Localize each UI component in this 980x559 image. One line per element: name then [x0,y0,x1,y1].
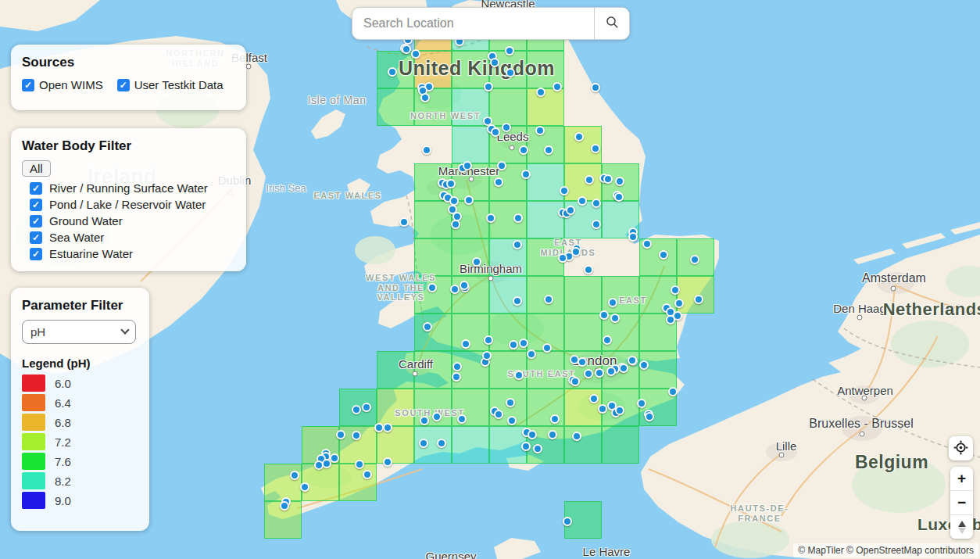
sample-point-marker[interactable] [584,265,593,274]
sample-point-marker[interactable] [450,285,460,294]
sample-point-marker[interactable] [592,220,601,229]
sample-point-marker[interactable] [645,412,654,421]
sample-point-marker[interactable] [694,295,703,304]
checkbox-icon[interactable]: ✓ [30,199,42,211]
sample-point-marker[interactable] [527,349,536,359]
sample-point-marker[interactable] [507,416,517,425]
sample-point-marker[interactable] [486,213,495,223]
sample-point-marker[interactable] [383,423,392,432]
sample-point-marker[interactable] [491,127,500,137]
locate-button[interactable] [949,436,973,460]
sample-point-marker[interactable] [506,398,515,407]
sample-point-marker[interactable] [355,460,364,469]
sample-point-marker[interactable] [314,460,324,470]
sample-point-marker[interactable] [513,240,522,249]
sample-point-marker[interactable] [290,471,299,480]
sample-point-marker[interactable] [280,501,289,511]
sample-point-marker[interactable] [542,343,552,353]
sample-point-marker[interactable] [560,186,569,195]
sample-point-marker[interactable] [505,46,514,56]
sample-point-marker[interactable] [603,174,613,184]
sample-point-marker[interactable] [666,315,675,324]
sample-point-marker[interactable] [574,132,584,142]
sample-point-marker[interactable] [592,199,601,208]
sample-point-marker[interactable] [533,444,542,453]
sample-point-marker[interactable] [615,406,624,415]
checkbox-option[interactable]: ✓Open WIMS [22,78,103,91]
sample-point-marker[interactable] [553,82,562,91]
sample-point-marker[interactable] [585,175,594,185]
sample-point-marker[interactable] [544,295,553,304]
checkbox-option[interactable]: ✓Pond / Lake / Reservoir Water [30,198,235,211]
sample-point-marker[interactable] [671,285,680,295]
sample-point-marker[interactable] [674,299,684,308]
sample-point-marker[interactable] [668,387,678,396]
sample-point-marker[interactable] [494,177,503,187]
sample-point-marker[interactable] [519,339,528,348]
sample-point-marker[interactable] [548,430,557,439]
checkbox-option[interactable]: ✓User Testkit Data [117,78,224,91]
sample-point-marker[interactable] [402,45,411,54]
zoom-in-button[interactable]: + [950,467,973,490]
sample-point-marker[interactable] [536,88,545,97]
sample-point-marker[interactable] [558,253,567,263]
sample-point-marker[interactable] [578,357,587,367]
sample-point-marker[interactable] [422,145,431,155]
sample-point-marker[interactable] [383,457,392,467]
sample-point-marker[interactable] [637,399,646,408]
sample-point-marker[interactable] [330,453,339,463]
sample-point-marker[interactable] [535,126,545,135]
sample-point-marker[interactable] [460,281,469,290]
sample-point-marker[interactable] [659,250,668,260]
sample-point-marker[interactable] [589,394,599,403]
sample-point-marker[interactable] [427,283,437,292]
checkbox-option[interactable]: ✓River / Running Surface Water [30,181,235,195]
sample-point-marker[interactable] [452,362,462,371]
zoom-out-button[interactable]: − [950,491,973,514]
checkbox-icon[interactable]: ✓ [30,248,42,260]
sample-point-marker[interactable] [388,67,397,77]
sample-point-marker[interactable] [591,83,600,92]
sample-point-marker[interactable] [570,377,580,386]
sample-point-marker[interactable] [642,239,652,249]
checkbox-icon[interactable]: ✓ [22,79,34,91]
sample-point-marker[interactable] [572,432,581,441]
sample-point-marker[interactable] [502,123,511,132]
sample-point-marker[interactable] [544,145,553,155]
checkbox-option[interactable]: ✓Ground Water [30,214,235,228]
sample-point-marker[interactable] [437,439,446,448]
sample-point-marker[interactable] [420,93,430,102]
sample-point-marker[interactable] [610,314,620,323]
sample-point-marker[interactable] [614,192,624,202]
sample-point-marker[interactable] [494,410,503,419]
sample-point-marker[interactable] [563,517,572,526]
sample-point-marker[interactable] [506,68,515,77]
sample-point-marker[interactable] [451,220,460,229]
sample-point-marker[interactable] [628,232,638,242]
sample-point-marker[interactable] [420,416,429,425]
sample-point-marker[interactable] [461,339,470,349]
sample-point-marker[interactable] [464,195,474,205]
sample-point-marker[interactable] [608,298,617,307]
sample-point-marker[interactable] [513,296,522,306]
checkbox-icon[interactable]: ✓ [30,182,42,195]
parameter-select[interactable]: pH [22,320,136,344]
sample-point-marker[interactable] [591,144,600,153]
checkbox-icon[interactable]: ✓ [30,231,42,244]
sample-point-marker[interactable] [521,442,531,451]
sample-point-marker[interactable] [419,439,428,448]
sample-point-marker[interactable] [595,368,604,378]
sample-point-marker[interactable] [598,404,607,414]
sample-point-marker[interactable] [521,170,531,179]
sample-point-marker[interactable] [606,367,616,376]
sample-point-marker[interactable] [352,431,361,440]
sample-point-marker[interactable] [528,430,537,439]
sample-point-marker[interactable] [566,206,575,215]
checkbox-option[interactable]: ✓Estuarine Water [30,247,235,260]
sample-point-marker[interactable] [615,177,624,186]
sample-point-marker[interactable] [619,364,628,373]
sample-point-marker[interactable] [363,470,372,479]
search-button[interactable] [594,8,629,39]
sample-point-marker[interactable] [603,335,612,345]
sample-point-marker[interactable] [628,356,637,365]
